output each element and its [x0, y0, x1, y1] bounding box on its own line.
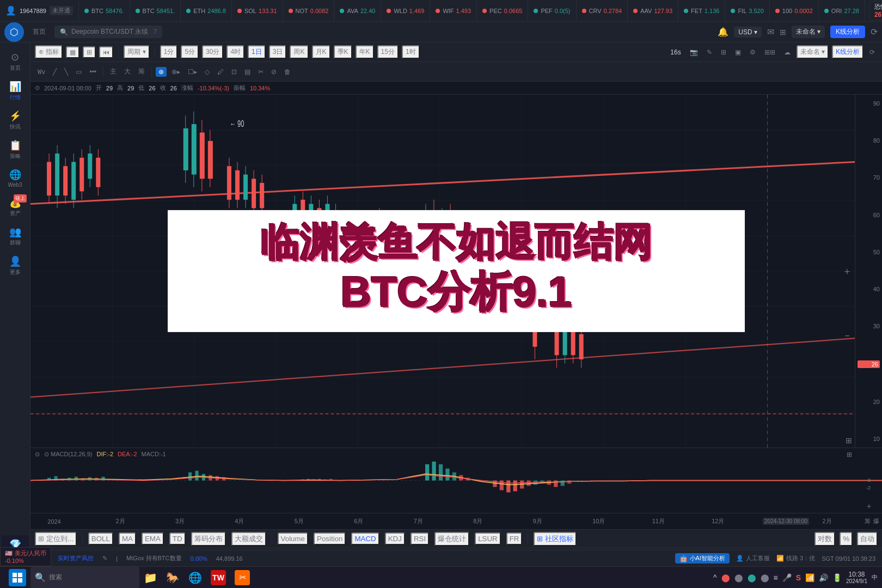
sidebar-item-strategy[interactable]: 📋 策略	[2, 136, 29, 163]
search-bar[interactable]: 🔍 Deepcoin BTC/USDT 永续 7	[54, 26, 162, 38]
account-status[interactable]: 未开通	[50, 6, 73, 15]
community-ind-btn[interactable]: ⊞ 社区指标	[534, 532, 577, 546]
tf-weekly[interactable]: 周K	[290, 45, 308, 59]
kdj-btn[interactable]: KDJ	[385, 532, 405, 545]
log-scale-btn[interactable]: 对数	[814, 532, 835, 546]
ticker-pec[interactable]: PEC 0.0665	[477, 0, 528, 21]
layout-btn[interactable]: ⊞	[83, 46, 96, 58]
name-display[interactable]: 未命名 ▾	[792, 26, 825, 38]
windows-start-btn[interactable]	[4, 567, 30, 588]
mail-icon[interactable]: ✉	[767, 27, 774, 37]
locate-btn[interactable]: ⊞ 定位到...	[35, 532, 77, 546]
name-dropdown[interactable]: 未命名 ▾	[797, 45, 829, 59]
sidebar-item-web3[interactable]: 🌐 Web3	[2, 166, 29, 191]
battery-icon[interactable]: 🔋	[832, 573, 842, 582]
ticker-wld[interactable]: WLD 1.469	[381, 0, 430, 21]
language-btn[interactable]: 中	[872, 573, 878, 581]
percent-btn[interactable]: %	[840, 532, 853, 546]
ticker-eth[interactable]: ETH 2486.8	[181, 0, 232, 21]
rewind-btn[interactable]: ⏮	[99, 46, 113, 58]
main-btn[interactable]: 主	[107, 66, 119, 77]
macd-expand-btn[interactable]: ⊙	[35, 451, 40, 458]
ticker-ori[interactable]: ORI 27.28	[819, 0, 865, 21]
edit-chart-btn[interactable]: ✎	[704, 47, 715, 57]
boll-btn[interactable]: BOLL	[88, 532, 113, 545]
sidebar-item-market[interactable]: 📊 行情	[2, 77, 29, 105]
tf-1h[interactable]: 1时	[402, 45, 420, 59]
chart-expand-btn[interactable]: ⊞	[846, 436, 852, 445]
taskbar-app-explorer[interactable]: 📁	[139, 567, 162, 588]
settings-btn[interactable]: ⚙	[747, 47, 758, 57]
ticker-ava[interactable]: AVA 22.40	[334, 0, 381, 21]
macd-expand-icon[interactable]: ⊞	[847, 451, 852, 458]
sidebar-item-more[interactable]: 👤 更多	[2, 252, 29, 279]
td-btn[interactable]: TD	[169, 532, 186, 545]
draw-rect[interactable]: ▭	[73, 67, 84, 77]
volume-icon[interactable]: 🔊	[819, 573, 828, 582]
currency-selector[interactable]: USD ▾	[734, 27, 761, 38]
chart-container[interactable]: ← 90 90 80 70 60 50 40 30 26 20 10 临渊羡鱼不…	[30, 95, 882, 448]
draw-tool3[interactable]: ☐▸	[185, 67, 200, 77]
taskbar-app-browser[interactable]: 🌐	[184, 567, 206, 588]
equalizer-icon[interactable]: ≡	[774, 573, 778, 582]
chips-btn[interactable]: 筹	[136, 66, 148, 77]
compare-btn[interactable]: ⊞	[718, 47, 729, 57]
share-icon[interactable]: ⟳	[871, 27, 878, 37]
ticker-crv[interactable]: CRV 0.2784	[577, 0, 628, 21]
tf-1d[interactable]: 1日	[248, 45, 266, 59]
bell-icon[interactable]: 🔔	[718, 27, 728, 37]
sidebar-item-assets[interactable]: 链上 💰 资产	[2, 193, 29, 220]
risk-control-btn[interactable]: 实时资产风控	[58, 554, 94, 562]
period-dropdown[interactable]: 周期 ▾	[124, 45, 149, 59]
large-trade-btn[interactable]: 大额成交	[231, 532, 266, 546]
draw-line[interactable]: ╱	[50, 67, 59, 77]
tf-1min[interactable]: 1分	[160, 45, 178, 59]
taskbar-app-tw[interactable]: TW	[206, 567, 230, 588]
chart-add-btn[interactable]: ＋	[842, 265, 852, 278]
draw-tool1[interactable]: ⊕	[156, 67, 167, 77]
tf-monthly[interactable]: 月K	[312, 45, 330, 59]
tf-yearly[interactable]: 年K	[356, 45, 374, 59]
tf-4h[interactable]: 4时	[226, 45, 244, 59]
taskbar-app-horse[interactable]: 🐎	[162, 567, 184, 588]
position-btn[interactable]: Position	[314, 532, 346, 545]
ticker-aav[interactable]: AAV 127.93	[628, 0, 678, 21]
ma-btn[interactable]: MA	[119, 532, 136, 545]
draw-pen[interactable]: 🖊	[215, 67, 226, 77]
k-analysis-toolbar-btn[interactable]: K线分析	[832, 45, 863, 59]
ticker-wif[interactable]: WIF 1.493	[430, 0, 477, 21]
chips-dist-btn[interactable]: 筹码分布	[191, 532, 226, 546]
tf-30min[interactable]: 30分	[202, 45, 223, 59]
ticker-btc1[interactable]: BTC 58476.	[79, 0, 130, 21]
tf-5min[interactable]: 5分	[181, 45, 199, 59]
fullscreen-btn[interactable]: ▣	[732, 47, 744, 57]
layout-icon[interactable]: ⊞	[780, 28, 786, 36]
share-toolbar-btn[interactable]: ⟳	[867, 47, 878, 57]
systray-expand-icon[interactable]: ^	[713, 573, 717, 582]
draw-wave[interactable]: Wv	[35, 67, 48, 77]
sidebar-item-community[interactable]: 👥 群聊	[2, 223, 29, 250]
ai-analysis-btn[interactable]: 🤖 小AI智能分析	[675, 553, 730, 564]
ticker-sol[interactable]: SOL 133.31	[232, 0, 283, 21]
taskbar-search[interactable]: 🔍 搜索	[30, 567, 139, 588]
auto-btn[interactable]: 自动	[857, 532, 878, 546]
ema-btn[interactable]: EMA	[142, 532, 164, 545]
large-btn[interactable]: 大	[121, 66, 133, 77]
ticker-btc2[interactable]: BTC 58451.	[130, 0, 181, 21]
tf-3d[interactable]: 3日	[269, 45, 287, 59]
macd-ind-btn[interactable]: MACD	[351, 532, 379, 545]
chart-minus-btn[interactable]: －	[842, 329, 852, 342]
rsi-btn[interactable]: RSI	[411, 532, 429, 545]
template-btn[interactable]: ▦	[66, 46, 79, 58]
sidebar-item-home[interactable]: ⊙ 首页	[2, 48, 29, 75]
tf-15min[interactable]: 15分	[377, 45, 399, 59]
taskbar-app-cut[interactable]: ✂	[230, 567, 254, 588]
draw-lock[interactable]: ⊘	[268, 67, 279, 77]
fr-btn[interactable]: FR	[506, 532, 523, 545]
draw-scissors[interactable]: ✂	[255, 67, 266, 77]
sidebar-item-news[interactable]: ⚡ 快讯	[2, 107, 29, 134]
tf-quarterly[interactable]: 季K	[334, 45, 352, 59]
draw-line2[interactable]: ╲	[62, 67, 71, 77]
multi-chart-btn[interactable]: ⊞⊞	[762, 47, 778, 57]
customer-service-btn[interactable]: 👤 人工客服	[736, 554, 770, 562]
